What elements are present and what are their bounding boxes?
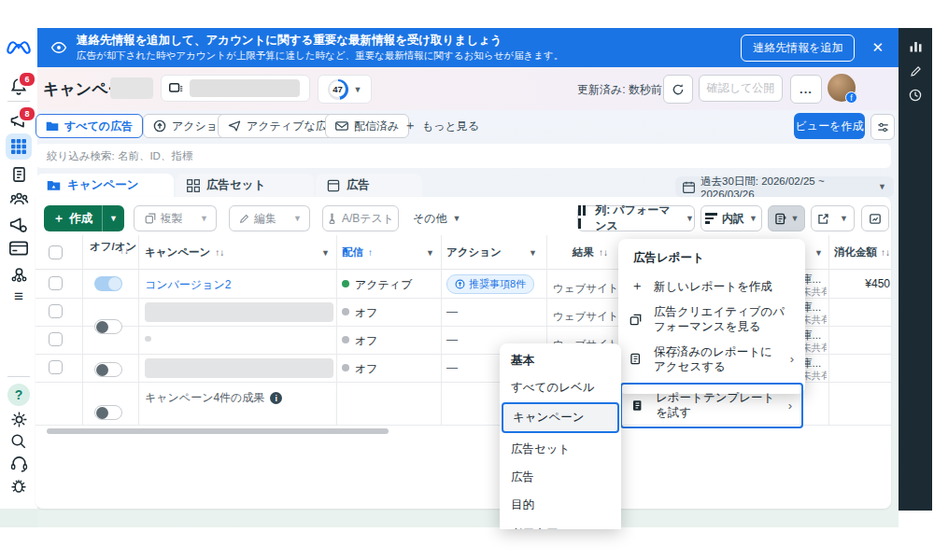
info-icon[interactable]: i [270,392,282,404]
help-icon[interactable]: ? [7,384,30,406]
more-options-button[interactable]: ... [790,75,822,104]
col-header-action[interactable]: アクション [446,245,502,259]
campaign-toggle-on[interactable] [94,276,122,291]
row-checkbox[interactable] [49,276,63,290]
history-clock-icon[interactable] [909,89,922,102]
edit-dropdown-button[interactable]: ▼ [286,205,310,231]
delivery-col-menu-icon[interactable]: ▼ [426,248,434,258]
col-header-delivery[interactable]: 配信↑ [342,245,373,259]
avatar[interactable]: f [828,74,856,102]
notification-banner: 連絡先情報を追加して、アカウントに関する重要な最新情報を受け取りましょう 広告が… [37,28,899,67]
settings-gear-icon[interactable] [0,411,37,428]
search-input[interactable]: 絞り込み検索: 名前、ID、指標 [35,144,891,168]
rail-divider [7,376,30,377]
menu-item-ad[interactable]: 広告 [500,463,621,491]
columns-icon [578,205,590,231]
recommendations-badge[interactable]: 推奨事項8件 [446,274,534,294]
account-selector[interactable] [161,75,310,102]
campaign-col-menu-icon[interactable]: ▼ [321,248,330,258]
export-dropdown-button[interactable]: ▼ [834,205,855,231]
events-share-icon[interactable] [0,265,37,283]
all-tools-menu-icon[interactable]: ≡ [0,287,37,306]
score-ring: 47 [328,79,348,100]
tab-delivered[interactable]: 配信済み [325,114,409,138]
insights-chart-icon[interactable] [909,39,923,53]
col-header-spend[interactable]: 消化金額↑↓ [834,245,890,259]
col-header-campaign[interactable]: キャンペーン↑↓ [145,245,224,259]
export-icon [817,213,829,225]
row-checkbox[interactable] [49,304,63,318]
payment-card-icon[interactable] [0,241,37,256]
date-range-selector[interactable]: 過去30日間: 2026/02/25 ~ 2026/03/26 ▼ [675,176,894,197]
eye-icon [50,41,67,54]
campaign-name-link[interactable]: コンバージョン2 [145,277,231,293]
search-icon[interactable] [0,433,37,450]
publish-button[interactable]: 確認して公開 [699,75,783,102]
plus-icon: ＋ [53,211,65,227]
menu-item-ad-set[interactable]: 広告セット [500,435,621,463]
support-headset-icon[interactable] [0,455,37,472]
duplicate-dropdown-button[interactable]: ▼ [192,205,217,231]
caret-down-icon: ▼ [453,214,461,223]
menu-item-campaign[interactable]: キャンペーン [502,402,619,432]
more-actions-button[interactable]: その他▼ [413,205,460,231]
edit-pencil-icon[interactable] [910,65,922,77]
campaign-toggle-off[interactable] [94,362,122,377]
menu-section-basic: 基本 [500,343,621,374]
billing-receipt-icon[interactable] [0,165,37,184]
more-tabs-button[interactable]: ＋ もっと見る [403,114,479,138]
caret-down-icon: ▼ [840,214,848,223]
columns-button[interactable]: 列: パフォーマンス ▼ [577,205,695,231]
tab-campaigns[interactable]: キャンペーン [35,174,174,197]
caret-down-icon: ▼ [749,214,757,223]
ab-test-button[interactable]: A/Bテスト [322,205,399,231]
campaign-toggle-off[interactable] [94,319,122,334]
add-contact-info-button[interactable]: 連絡先情報を追加 [741,35,855,62]
create-dropdown-button[interactable]: ▼ [102,205,124,231]
breakdown-button[interactable]: 内訳 ▼ [700,205,762,231]
row-checkbox[interactable] [49,332,63,346]
menu-item-all-levels[interactable]: すべてのレベル [500,374,621,400]
refresh-button[interactable] [663,75,693,104]
redacted-business-chip[interactable] [110,77,153,99]
export-button[interactable] [811,205,835,231]
create-button[interactable]: ＋作成 [44,205,102,231]
meta-logo[interactable] [0,39,37,56]
sort-icon: ↑↓ [120,245,129,256]
horizontal-scrollbar[interactable] [47,428,389,434]
hidden-col-menu-icon[interactable]: ▼ [814,248,823,258]
action-cell: — [446,361,458,374]
tab-all-ads[interactable]: すべての広告 [35,114,143,138]
select-all-checkbox[interactable] [49,245,63,259]
tab-ad-sets[interactable]: 広告セット [176,174,314,197]
menu-item-saved-reports[interactable]: 保存済みのレポートにアクセスする › [618,340,805,380]
col-header-result[interactable]: 結果↑↓ [573,245,608,259]
audiences-icon[interactable] [0,190,37,207]
menu-item-new-report[interactable]: ＋ 新しいレポートを作成 [618,273,805,300]
menu-item-creative-performance[interactable]: 広告クリエイティブのパフォーマンスを見る [618,300,805,340]
advertiser-settings-icon[interactable] [0,216,37,234]
ads-count-badge: 8 [18,105,36,122]
bug-report-icon[interactable] [0,478,37,495]
menu-item-report-templates[interactable]: レポートテンプレートを試す › [620,383,803,428]
view-settings-button[interactable] [870,114,895,140]
row-checkbox[interactable] [49,360,63,374]
col-divider [441,235,442,425]
tab-label: 広告セット [206,177,265,193]
edit-button[interactable]: 編集 [229,205,287,231]
open-charts-button[interactable] [861,205,889,231]
plus-icon: ＋ [630,278,644,295]
reports-button[interactable]: ▼ [768,205,805,231]
action-col-menu-icon[interactable]: ▼ [529,248,537,258]
menu-item-objective[interactable]: 目的 [500,491,621,519]
ads-manager-icon-selected[interactable] [6,133,32,160]
tab-ads[interactable]: 広告 [316,174,422,197]
caret-down-icon: ▼ [109,214,118,223]
report-icon [630,353,644,365]
duplicate-button[interactable]: 複製 [134,205,193,231]
banner-close-icon[interactable]: ✕ [871,39,884,56]
opportunity-score[interactable]: 47 ▼ [318,75,372,104]
campaign-toggle-off[interactable] [94,405,122,420]
col-header-toggle[interactable]: オフ/オン [90,241,136,253]
create-view-button[interactable]: ビューを作成 [794,113,865,139]
